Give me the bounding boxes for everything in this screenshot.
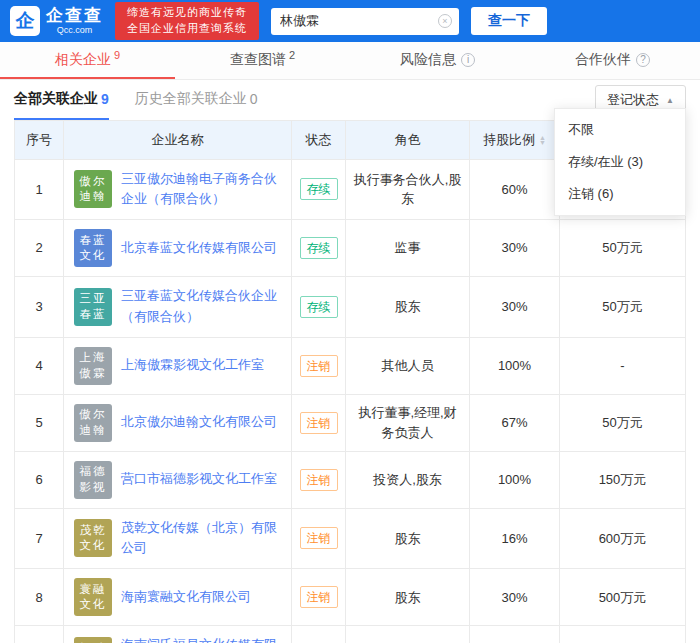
tab-label: 合作伙伴 <box>575 51 631 69</box>
capital-cell: - <box>559 337 685 394</box>
question-circle-icon: ? <box>636 53 650 67</box>
tab-count: 9 <box>114 49 120 61</box>
company-link[interactable]: 上海傲霖影视文化工作室 <box>121 355 264 376</box>
subtab-history-related[interactable]: 历史全部关联企业 0 <box>135 80 258 120</box>
tab-label: 查查图谱 <box>230 51 286 69</box>
logo-icon: 企 <box>10 6 40 36</box>
status-badge: 注销 <box>300 355 338 377</box>
app-header: 企 企查查 Qcc.com 缔造有远见的商业传奇 全国企业信用查询系统 × 查一… <box>0 0 700 42</box>
tab-label: 相关企业 <box>55 51 111 69</box>
status-dropdown: 不限存续/在业 (3)注销 (6) <box>554 108 686 216</box>
logo[interactable]: 企 企查查 Qcc.com <box>10 6 103 36</box>
table-row: 3三亚春蓝三亚春蓝文化传媒合伙企业（有限合伙）存续股东30%50万元 <box>15 276 685 337</box>
role-cell: 股东 <box>345 625 469 643</box>
table-row: 9闫氏福昌海南闫氏福昌文化传媒有限公司注销股东7.5%1000万元 <box>15 625 685 643</box>
table-row: 8寰融文化海南寰融文化有限公司注销股东30%500万元 <box>15 568 685 625</box>
company-cell: 傲尔迪翰三亚傲尔迪翰电子商务合伙企业（有限合伙） <box>63 159 291 220</box>
company-link[interactable]: 海南寰融文化有限公司 <box>121 587 251 608</box>
brand-domain: Qcc.com <box>46 25 103 35</box>
subtab-label: 历史全部关联企业 <box>135 90 247 108</box>
dropdown-item[interactable]: 不限 <box>555 114 685 146</box>
row-index: 3 <box>15 276 63 337</box>
status-cell: 注销 <box>291 451 345 508</box>
row-index: 5 <box>15 394 63 451</box>
tab-risk-info[interactable]: 风险信息 i <box>350 42 525 79</box>
filter-label: 登记状态 <box>607 91 659 109</box>
company-link[interactable]: 三亚春蓝文化传媒合伙企业（有限合伙） <box>121 286 281 328</box>
company-logo: 上海傲霖 <box>74 347 112 385</box>
status-badge: 存续 <box>300 237 338 259</box>
status-cell: 注销 <box>291 394 345 451</box>
table-row: 5傲尔迪翰北京傲尔迪翰文化有限公司注销执行董事,经理,财务负责人67%50万元 <box>15 394 685 451</box>
slogan-line-2: 全国企业信用查询系统 <box>127 21 247 37</box>
ratio-cell: 100% <box>469 451 559 508</box>
sort-icon[interactable]: ▲▼ <box>539 135 546 145</box>
company-logo: 闫氏福昌 <box>74 637 112 643</box>
ratio-cell: 67% <box>469 394 559 451</box>
clear-icon[interactable]: × <box>438 14 452 28</box>
status-badge: 存续 <box>300 296 338 318</box>
company-link[interactable]: 北京春蓝文化传媒有限公司 <box>121 238 277 259</box>
subtab-count: 0 <box>250 91 258 107</box>
tab-partners[interactable]: 合作伙伴 ? <box>525 42 700 79</box>
page: 企 企查查 Qcc.com 缔造有远见的商业传奇 全国企业信用查询系统 × 查一… <box>0 0 700 643</box>
company-logo: 福德影视 <box>74 461 112 499</box>
table-row: 4上海傲霖上海傲霖影视文化工作室注销其他人员100%- <box>15 337 685 394</box>
search-button[interactable]: 查一下 <box>471 7 547 35</box>
capital-cell: 50万元 <box>559 276 685 337</box>
search-input[interactable] <box>271 8 459 35</box>
row-index: 2 <box>15 219 63 276</box>
table-row: 6福德影视营口市福德影视文化工作室注销投资人,股东100%150万元 <box>15 451 685 508</box>
company-logo: 傲尔迪翰 <box>74 170 112 208</box>
company-link[interactable]: 海南闫氏福昌文化传媒有限公司 <box>121 635 281 643</box>
row-index: 8 <box>15 568 63 625</box>
status-cell: 注销 <box>291 625 345 643</box>
company-cell: 茂乾文化茂乾文化传媒（北京）有限公司 <box>63 508 291 569</box>
company-cell: 闫氏福昌海南闫氏福昌文化传媒有限公司 <box>63 625 291 643</box>
row-index: 9 <box>15 625 63 643</box>
company-cell: 春蓝文化北京春蓝文化传媒有限公司 <box>63 219 291 276</box>
ratio-cell: 30% <box>469 219 559 276</box>
header-status: 状态 <box>291 121 345 159</box>
role-cell: 股东 <box>345 568 469 625</box>
status-badge: 存续 <box>300 178 338 200</box>
company-cell: 福德影视营口市福德影视文化工作室 <box>63 451 291 508</box>
search-box: × <box>271 8 459 35</box>
role-cell: 执行董事,经理,财务负责人 <box>345 394 469 451</box>
status-cell: 存续 <box>291 276 345 337</box>
company-cell: 三亚春蓝三亚春蓝文化传媒合伙企业（有限合伙） <box>63 276 291 337</box>
company-link[interactable]: 营口市福德影视文化工作室 <box>121 469 277 490</box>
table-body: 1傲尔迪翰三亚傲尔迪翰电子商务合伙企业（有限合伙）存续执行事务合伙人,股东60%… <box>15 159 685 643</box>
status-cell: 存续 <box>291 219 345 276</box>
info-circle-icon: i <box>461 53 475 67</box>
capital-cell: 600万元 <box>559 508 685 569</box>
ratio-cell: 30% <box>469 276 559 337</box>
ratio-cell: 7.5% <box>469 625 559 643</box>
company-link[interactable]: 茂乾文化传媒（北京）有限公司 <box>121 518 281 560</box>
company-link[interactable]: 三亚傲尔迪翰电子商务合伙企业（有限合伙） <box>121 169 281 211</box>
dropdown-item[interactable]: 注销 (6) <box>555 178 685 210</box>
dropdown-item[interactable]: 存续/在业 (3) <box>555 146 685 178</box>
header-company-name: 企业名称 <box>63 121 291 159</box>
row-index: 6 <box>15 451 63 508</box>
company-logo: 春蓝文化 <box>74 229 112 267</box>
capital-cell: 50万元 <box>559 219 685 276</box>
status-cell: 注销 <box>291 568 345 625</box>
ratio-cell: 16% <box>469 508 559 569</box>
tab-related-companies[interactable]: 相关企业 9 <box>0 42 175 79</box>
subtab-all-related[interactable]: 全部关联企业 9 <box>14 80 109 120</box>
company-link[interactable]: 北京傲尔迪翰文化有限公司 <box>121 412 277 433</box>
row-index: 1 <box>15 159 63 220</box>
header-shareholding-ratio[interactable]: 持股比例 ▲▼ <box>469 121 559 159</box>
company-logo: 茂乾文化 <box>74 519 112 557</box>
company-cell: 上海傲霖上海傲霖影视文化工作室 <box>63 337 291 394</box>
capital-cell: 50万元 <box>559 394 685 451</box>
tab-graph[interactable]: 查查图谱 2 <box>175 42 350 79</box>
row-index: 7 <box>15 508 63 569</box>
status-badge: 注销 <box>300 586 338 608</box>
header-role: 角色 <box>345 121 469 159</box>
header-label: 持股比例 <box>483 130 535 150</box>
role-cell: 股东 <box>345 508 469 569</box>
subtab-label: 全部关联企业 <box>14 90 98 108</box>
role-cell: 投资人,股东 <box>345 451 469 508</box>
